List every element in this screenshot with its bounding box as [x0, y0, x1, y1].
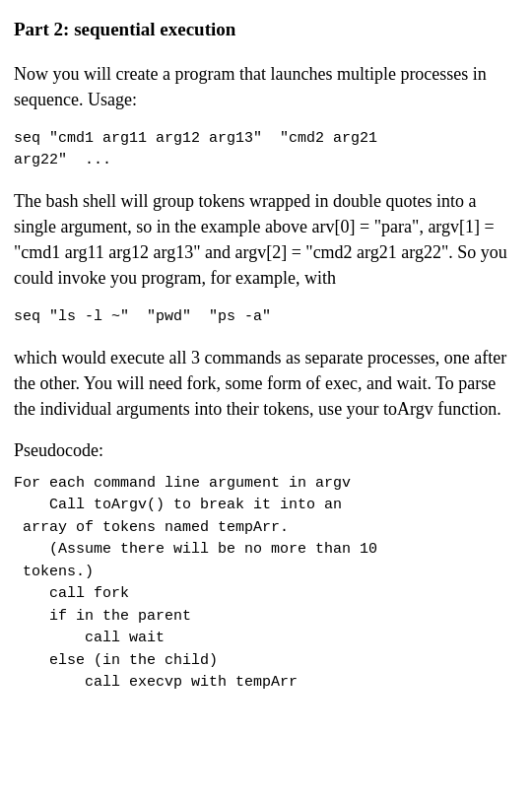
code-block-1: seq "cmd1 arg11 arg12 arg13" "cmd2 arg21…: [14, 128, 518, 172]
description-paragraph: The bash shell will group tokens wrapped…: [14, 188, 518, 291]
code-block-2: seq "ls -l ~" "pwd" "ps -a": [14, 306, 518, 329]
pseudocode-label: Pseudocode:: [14, 437, 518, 463]
execution-paragraph: which would execute all 3 commands as se…: [14, 345, 518, 422]
section-title: Part 2: sequential execution: [14, 16, 518, 43]
pseudocode-block: For each command line argument in argv C…: [14, 473, 518, 695]
intro-paragraph: Now you will create a program that launc…: [14, 61, 518, 112]
